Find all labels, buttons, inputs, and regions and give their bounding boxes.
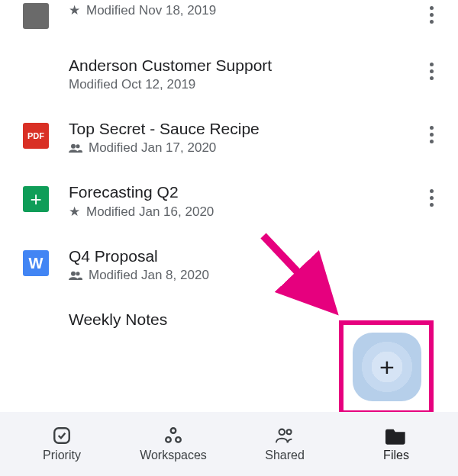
svg-point-6 [171,428,176,433]
more-button[interactable] [430,6,434,24]
drive-files-screen: { "files": [ { "type":"docs", "title":""… [0,0,458,476]
star-icon: ★ [69,2,80,18]
nav-label: Shared [265,449,305,462]
file-title: Top Secret - Sauce Recipe [69,120,420,138]
file-meta-text: Modified Nov 18, 2019 [86,3,216,18]
svg-point-7 [166,437,171,442]
workspaces-icon [163,426,184,445]
file-title: Forecasting Q2 [69,183,420,201]
create-new-fab[interactable]: + [353,333,421,401]
file-row[interactable]: Anderson Customer Support Modified Oct 1… [0,43,458,106]
folder-icon [385,426,407,445]
shared-nav-icon [274,426,295,445]
nav-files[interactable]: Files [340,426,452,462]
nav-label: Workspaces [140,449,207,462]
file-title: Anderson Customer Support [69,56,420,75]
priority-icon [51,426,73,445]
nav-label: Files [383,449,409,462]
svg-point-9 [279,429,285,435]
file-row[interactable]: ★ Modified Nov 18, 2019 [0,0,458,43]
nav-priority[interactable]: Priority [6,426,118,462]
nav-shared[interactable]: Shared [229,426,340,462]
file-meta: ★ Modified Jan 16, 2020 [69,204,420,220]
file-meta-text: Modified Oct 12, 2019 [69,77,195,92]
word-icon: W [23,250,49,276]
svg-point-3 [76,272,79,275]
shared-icon [69,269,82,282]
file-meta: Modified Jan 17, 2020 [69,140,420,156]
file-meta-text: Modified Jan 17, 2020 [89,140,216,156]
file-row[interactable]: W Q4 Proposal Modified Jan 8, 2020 [0,233,458,297]
file-meta-text: Modified Jan 8, 2020 [89,268,209,283]
sheets-icon: + [23,186,49,212]
file-meta-text: Modified Jan 16, 2020 [86,204,214,220]
nav-workspaces[interactable]: Workspaces [118,426,229,462]
docs-icon [23,3,49,29]
file-meta: Modified Oct 12, 2019 [69,77,420,92]
shared-icon [69,142,82,155]
slides-icon [23,60,49,85]
svg-point-0 [71,143,76,148]
file-row[interactable]: Weekly Notes [0,297,458,331]
svg-point-2 [71,271,76,275]
svg-rect-5 [54,428,69,443]
plus-icon: + [379,352,395,382]
file-title: Q4 Proposal [69,247,420,265]
file-row[interactable]: + Forecasting Q2 ★ Modified Jan 16, 2020 [0,169,458,233]
star-icon: ★ [69,204,80,220]
file-title: Weekly Notes [69,310,443,329]
svg-point-10 [287,429,292,434]
file-list: ★ Modified Nov 18, 2019 Anderson Custome… [0,0,458,331]
file-meta: Modified Jan 8, 2020 [69,268,420,283]
pdf-icon: PDF [23,123,49,149]
bottom-nav: Priority Workspaces Shared Files [0,412,458,476]
more-button[interactable] [430,189,434,207]
svg-point-1 [76,144,79,148]
nav-label: Priority [43,449,81,462]
more-button[interactable] [430,63,434,80]
file-meta: ★ Modified Nov 18, 2019 [69,2,420,18]
svg-point-8 [176,437,181,442]
more-button[interactable] [430,126,434,143]
file-row[interactable]: PDF Top Secret - Sauce Recipe Modified J… [0,106,458,169]
